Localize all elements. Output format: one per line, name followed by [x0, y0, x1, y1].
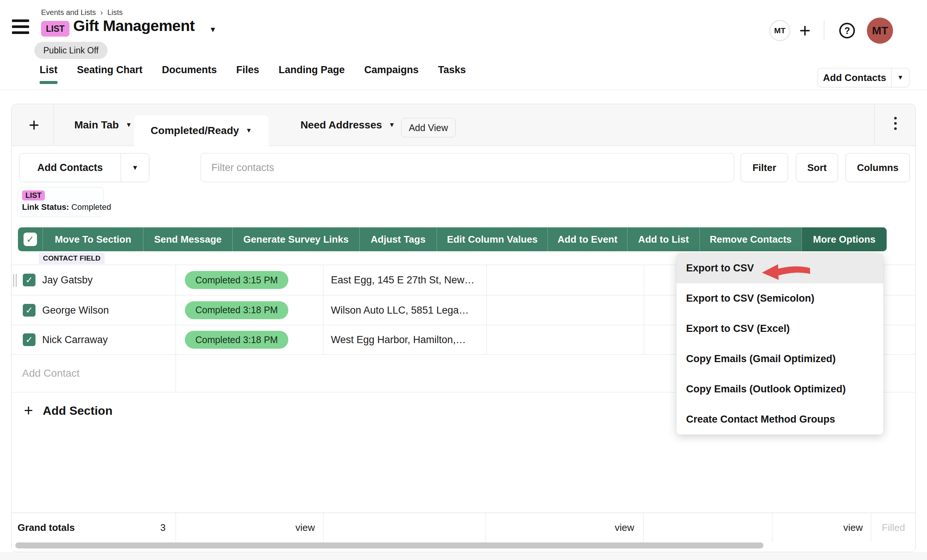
add-view-button[interactable]: Add View: [401, 118, 456, 137]
grand-totals-label: Grand totals: [18, 522, 75, 533]
panel-more-options-kebab-icon[interactable]: [892, 117, 898, 132]
add-contacts-label[interactable]: Add Contacts: [20, 153, 121, 182]
filter-contacts-input[interactable]: [201, 153, 734, 182]
survey-status-pill: Completed 3:15 PM: [185, 271, 288, 289]
tab-files[interactable]: Files: [236, 64, 260, 84]
action-edit-column-values[interactable]: Edit Column Values: [437, 228, 547, 251]
contact-address[interactable]: West Egg Harbor, Hamilton,…: [331, 334, 466, 346]
columns-button[interactable]: Columns: [846, 153, 910, 182]
select-all-cell: ✓: [18, 228, 43, 251]
add-contacts-caret-icon[interactable]: ▼: [121, 153, 149, 182]
link-status-chip[interactable]: LIST Link Status: Completed: [17, 187, 104, 217]
view-tab-main-tab[interactable]: Main Tab▼: [64, 104, 142, 146]
survey-status-pill: Completed 3:18 PM: [185, 301, 288, 319]
page-title: Gift Management: [73, 17, 195, 35]
add-contact-placeholder[interactable]: Add Contact: [22, 367, 79, 379]
horizontal-scrollbar[interactable]: [15, 542, 763, 548]
view-total-link[interactable]: view: [295, 522, 315, 533]
caret-down-icon[interactable]: ▼: [126, 121, 132, 129]
tab-tasks[interactable]: Tasks: [438, 64, 466, 84]
contact-name[interactable]: George Wilson: [42, 304, 109, 316]
strip-divider: [874, 104, 875, 146]
breadcrumb-lists[interactable]: Lists: [107, 8, 123, 17]
action-generate-survey-links[interactable]: Generate Survey Links: [232, 228, 359, 251]
add-contacts-label[interactable]: Add Contacts: [818, 68, 891, 87]
workspace-avatar[interactable]: MT: [769, 20, 790, 41]
survey-status-pill: Completed 3:18 PM: [185, 331, 288, 349]
menu-item-export-csv-semicolon[interactable]: Export to CSV (Semicolon): [676, 283, 883, 314]
drag-handle-icon[interactable]: [13, 274, 18, 287]
sort-button[interactable]: Sort: [796, 153, 838, 182]
action-add-to-list[interactable]: Add to List: [627, 228, 699, 251]
user-avatar[interactable]: MT: [867, 18, 893, 44]
breadcrumb: Events and Lists › Lists: [41, 8, 123, 17]
column-divider: [871, 513, 871, 542]
column-divider: [486, 513, 486, 542]
grand-total-count: 3: [160, 522, 166, 533]
tab-landing-page[interactable]: Landing Page: [279, 64, 345, 84]
menu-item-copy-emails-gmail[interactable]: Copy Emails (Gmail Optimized): [676, 344, 883, 374]
menu-item-copy-emails-outlook[interactable]: Copy Emails (Outlook Optimized): [676, 374, 883, 404]
bulk-action-bar: ✓ Move To Section Send Message Generate …: [18, 228, 887, 251]
contact-field-column-header: CONTACT FIELD: [39, 253, 105, 264]
select-all-checkbox[interactable]: ✓: [24, 232, 37, 246]
action-add-to-event[interactable]: Add to Event: [547, 228, 627, 251]
help-icon[interactable]: ?: [839, 23, 855, 38]
menu-item-create-contact-method-groups[interactable]: Create Contact Method Groups: [676, 404, 883, 434]
breadcrumb-chevron-icon: ›: [100, 8, 103, 17]
page-footer-strip: [0, 552, 927, 560]
header-right-cluster: MT + ? MT: [769, 17, 893, 45]
tab-campaigns[interactable]: Campaigns: [364, 64, 419, 84]
filled-total-label: Filled: [882, 522, 905, 533]
action-send-message[interactable]: Send Message: [143, 228, 232, 251]
column-divider: [772, 513, 772, 542]
row-checkbox[interactable]: ✓: [23, 304, 35, 317]
breadcrumb-events-and-lists[interactable]: Events and Lists: [41, 8, 96, 17]
main-nav-tabs: List Seating Chart Documents Files Landi…: [40, 64, 466, 84]
column-divider: [176, 513, 176, 542]
add-contacts-caret-icon[interactable]: ▼: [891, 68, 909, 87]
view-tab-need-addresses[interactable]: Need Addresses▼: [295, 104, 400, 146]
column-divider: [323, 513, 324, 542]
view-tab-completed-ready[interactable]: Completed/Ready▼: [134, 115, 269, 146]
link-status-label: Link Status:: [22, 202, 69, 212]
contact-address[interactable]: Wilson Auto LLC, 5851 Lega…: [331, 304, 469, 316]
grand-totals-row: Grand totals 3 view view view Filled: [12, 513, 916, 542]
active-tab-underline: [40, 81, 58, 84]
row-checkbox[interactable]: ✓: [23, 274, 35, 286]
action-move-to-section[interactable]: Move To Section: [43, 228, 143, 251]
contact-name[interactable]: Nick Carraway: [42, 334, 108, 346]
create-new-icon[interactable]: +: [799, 21, 810, 40]
add-contacts-button-header[interactable]: Add Contacts ▼: [818, 68, 909, 87]
caret-down-icon[interactable]: ▼: [389, 121, 395, 129]
list-type-badge: LIST: [41, 21, 70, 36]
filter-button[interactable]: Filter: [741, 153, 788, 182]
list-mini-badge: LIST: [22, 190, 45, 200]
action-remove-contacts[interactable]: Remove Contacts: [699, 228, 801, 251]
public-link-status-pill[interactable]: Public Link Off: [34, 42, 108, 59]
view-total-link[interactable]: view: [615, 522, 634, 533]
annotation-arrow-icon: [761, 262, 812, 282]
header-divider-rule: [0, 90, 927, 90]
add-view-tab-icon[interactable]: +: [24, 115, 44, 135]
hamburger-menu-icon[interactable]: [12, 20, 29, 37]
title-caret-down-icon[interactable]: ▼: [209, 26, 217, 34]
header-divider: [824, 21, 824, 41]
contact-name[interactable]: Jay Gatsby: [42, 275, 93, 286]
tab-seating-chart[interactable]: Seating Chart: [77, 64, 143, 84]
view-total-link[interactable]: view: [843, 522, 863, 533]
app-window: Events and Lists › Lists LIST Gift Manag…: [0, 0, 927, 560]
menu-item-export-csv-excel[interactable]: Export to CSV (Excel): [676, 314, 883, 344]
caret-down-icon[interactable]: ▼: [246, 127, 252, 134]
contact-address[interactable]: East Egg, 145 E 27th St, New…: [331, 275, 474, 286]
add-section-button[interactable]: + Add Section: [24, 403, 112, 419]
add-contacts-button-toolbar[interactable]: Add Contacts ▼: [19, 153, 149, 182]
column-divider: [643, 513, 644, 542]
row-checkbox[interactable]: ✓: [23, 333, 35, 346]
tab-list[interactable]: List: [40, 64, 58, 84]
tab-documents[interactable]: Documents: [162, 64, 217, 84]
action-adjust-tags[interactable]: Adjust Tags: [359, 228, 437, 251]
link-status-value: Completed: [71, 202, 111, 212]
strip-divider: [53, 104, 54, 146]
action-more-options[interactable]: More Options: [801, 228, 887, 251]
